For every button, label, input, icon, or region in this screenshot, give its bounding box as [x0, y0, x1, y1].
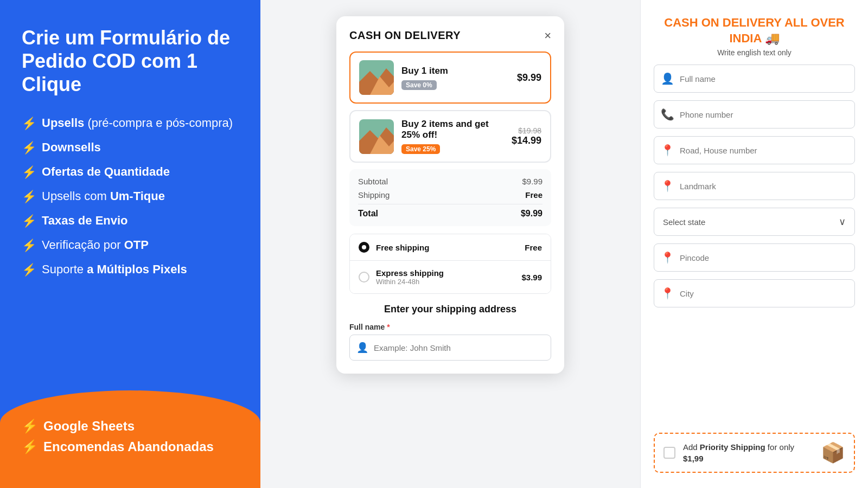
bottom-item-1: ⚡ Google Sheets — [22, 419, 135, 434]
right-landmark-wrap: 📍 — [654, 172, 855, 200]
bolt-icon-7: ⚡ — [22, 263, 36, 277]
express-shipping-option[interactable]: Express shipping Within 24-48h $3.99 — [350, 261, 551, 293]
product-price-2: $19.98 $14.99 — [512, 126, 541, 146]
chevron-down-icon: ∨ — [839, 216, 846, 228]
right-panel: CASH ON DELIVERY ALL OVER INDIA 🚚 Write … — [640, 0, 868, 488]
feature-item-2: ⚡ Downsells — [22, 140, 239, 155]
middle-panel: CASH ON DELIVERY × Buy 1 item Save 0% $9… — [260, 0, 640, 488]
subtotal-row: Subtotal $9.99 — [358, 177, 542, 186]
priority-text: Add Priority Shipping for only $1,99 — [683, 441, 813, 464]
right-phone-icon: 📞 — [661, 108, 674, 121]
free-shipping-price: Free — [525, 243, 542, 252]
bolt-icon-5: ⚡ — [22, 214, 36, 228]
product-image-1 — [359, 60, 394, 95]
order-summary: Subtotal $9.99 Shipping Free Total $9.99 — [349, 169, 551, 226]
free-shipping-name: Free shipping — [376, 243, 518, 252]
right-fullname-wrap: 👤 — [654, 65, 855, 93]
shipping-label: Shipping — [358, 190, 390, 200]
feature-item-3: ⚡ Ofertas de Quantidade — [22, 165, 239, 179]
product-price-1: $9.99 — [517, 72, 541, 84]
right-pincode-input[interactable] — [680, 253, 848, 262]
shipping-value: Free — [525, 190, 542, 200]
bolt-icon-2: ⚡ — [22, 141, 36, 155]
express-shipping-label: Express shipping Within 24-48h — [376, 268, 515, 286]
full-name-label: Full name * — [349, 323, 551, 331]
old-price-2: $19.98 — [512, 126, 541, 135]
person-icon: 👤 — [356, 342, 368, 354]
left-title: Crie um Formulário de Pedido COD com 1 C… — [22, 26, 239, 97]
total-label: Total — [358, 209, 378, 219]
free-shipping-option[interactable]: Free shipping Free — [350, 234, 551, 261]
right-phone-input[interactable] — [680, 110, 848, 119]
priority-checkbox[interactable] — [663, 447, 675, 459]
save-badge-2: Save 25% — [401, 144, 440, 154]
shipping-row: Shipping Free — [358, 190, 542, 200]
total-value: $9.99 — [521, 209, 542, 219]
modal-title: CASH ON DELIVERY — [349, 29, 461, 42]
product-name-1: Buy 1 item — [401, 66, 509, 76]
express-shipping-radio[interactable] — [359, 272, 369, 282]
bottom-item-2: ⚡ Encomendas Abandonadas — [22, 439, 214, 454]
feature-item-5: ⚡ Taxas de Envio — [22, 214, 239, 228]
close-button[interactable]: × — [544, 30, 551, 42]
right-subtitle: Write english text only — [654, 48, 855, 57]
right-pincode-icon: 📍 — [661, 251, 674, 264]
product-option-2[interactable]: Buy 2 items and get 25% off! Save 25% $1… — [349, 110, 551, 163]
full-name-input-wrap: 👤 — [349, 335, 551, 361]
bolt-icon-4: ⚡ — [22, 190, 36, 204]
modal-header: CASH ON DELIVERY × — [349, 29, 551, 42]
right-landmark-input[interactable] — [680, 182, 848, 191]
state-select-label: Select state — [663, 217, 705, 227]
shipping-options: Free shipping Free Express shipping With… — [349, 234, 551, 294]
state-select[interactable]: Select state ∨ — [654, 208, 855, 236]
right-city-icon: 📍 — [661, 287, 674, 300]
bolt-icon-9: ⚡ — [22, 439, 38, 454]
bolt-icon-3: ⚡ — [22, 165, 36, 179]
right-road-icon: 📍 — [661, 144, 674, 157]
right-phone-wrap: 📞 — [654, 100, 855, 129]
bolt-icon-6: ⚡ — [22, 239, 36, 253]
product-option-1[interactable]: Buy 1 item Save 0% $9.99 — [349, 52, 551, 104]
required-marker: * — [387, 323, 390, 331]
product-name-2: Buy 2 items and get 25% off! — [401, 119, 504, 140]
right-landmark-icon: 📍 — [661, 179, 674, 192]
address-section-title: Enter your shipping address — [349, 304, 551, 315]
right-road-wrap: 📍 — [654, 136, 855, 164]
total-row: Total $9.99 — [358, 204, 542, 219]
free-shipping-radio[interactable] — [359, 242, 369, 253]
feature-item-7: ⚡ Suporte a Múltiplos Pixels — [22, 262, 239, 277]
left-panel: Crie um Formulário de Pedido COD com 1 C… — [0, 0, 260, 488]
product-image-2 — [359, 119, 394, 154]
right-header: CASH ON DELIVERY ALL OVER INDIA 🚚 Write … — [654, 15, 855, 57]
right-road-input[interactable] — [680, 146, 848, 155]
cod-modal: CASH ON DELIVERY × Buy 1 item Save 0% $9… — [336, 16, 564, 374]
subtotal-label: Subtotal — [358, 177, 388, 186]
bolt-icon-1: ⚡ — [22, 117, 36, 131]
free-shipping-label: Free shipping — [376, 243, 518, 252]
right-city-input[interactable] — [680, 289, 848, 298]
left-bottom-banner: ⚡ Google Sheets ⚡ Encomendas Abandonadas — [0, 390, 260, 488]
product-info-2: Buy 2 items and get 25% off! Save 25% — [401, 119, 504, 154]
express-shipping-price: $3.99 — [521, 273, 542, 282]
right-person-icon: 👤 — [661, 72, 674, 85]
right-title: CASH ON DELIVERY ALL OVER INDIA 🚚 — [654, 15, 855, 46]
priority-icon: 📦 — [821, 441, 845, 464]
product-info-1: Buy 1 item Save 0% — [401, 66, 509, 90]
feature-list: ⚡ Upsells (pré-compra e pós-compra) ⚡ Do… — [22, 116, 239, 277]
right-fullname-input[interactable] — [680, 74, 848, 84]
right-pincode-wrap: 📍 — [654, 243, 855, 272]
subtotal-value: $9.99 — [522, 177, 542, 186]
save-badge-1: Save 0% — [401, 80, 437, 90]
feature-item-4: ⚡ Upsells com Um-Tique — [22, 189, 239, 204]
feature-item-1: ⚡ Upsells (pré-compra e pós-compra) — [22, 116, 239, 131]
priority-shipping-box[interactable]: Add Priority Shipping for only $1,99 📦 — [654, 433, 855, 473]
bolt-icon-8: ⚡ — [22, 419, 38, 434]
feature-item-6: ⚡ Verificação por OTP — [22, 238, 239, 253]
express-shipping-sub: Within 24-48h — [376, 278, 515, 286]
full-name-input[interactable] — [374, 343, 544, 352]
express-shipping-name: Express shipping — [376, 268, 515, 278]
right-city-wrap: 📍 — [654, 279, 855, 307]
